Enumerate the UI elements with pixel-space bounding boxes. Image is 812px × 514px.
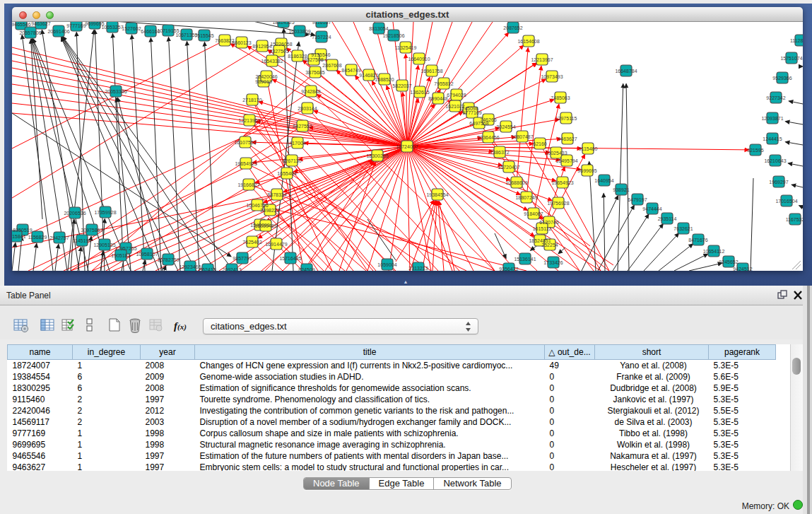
svg-text:6120746: 6120746 bbox=[539, 220, 558, 225]
svg-text:16914479: 16914479 bbox=[265, 242, 287, 247]
svg-text:9115460: 9115460 bbox=[579, 146, 598, 151]
svg-text:20691406: 20691406 bbox=[47, 29, 69, 34]
svg-text:10688609: 10688609 bbox=[505, 180, 527, 185]
svg-text:16210643: 16210643 bbox=[764, 158, 786, 163]
svg-text:12093871: 12093871 bbox=[761, 116, 783, 121]
svg-text:10958107: 10958107 bbox=[136, 252, 158, 257]
svg-text:2867608: 2867608 bbox=[322, 63, 341, 68]
svg-text:f(x): f(x) bbox=[174, 320, 187, 332]
svg-text:8454749: 8454749 bbox=[341, 68, 360, 73]
svg-text:7357224: 7357224 bbox=[312, 35, 331, 40]
svg-text:1167532: 1167532 bbox=[786, 217, 803, 222]
svg-text:7625402: 7625402 bbox=[242, 240, 261, 245]
svg-text:1244415: 1244415 bbox=[763, 136, 782, 141]
svg-text:19654923: 19654923 bbox=[551, 180, 573, 185]
svg-text:2718170: 2718170 bbox=[242, 98, 261, 103]
svg-text:1733426: 1733426 bbox=[543, 260, 563, 265]
svg-text:15751074: 15751074 bbox=[780, 56, 802, 61]
svg-text:9227342: 9227342 bbox=[766, 95, 785, 100]
svg-text:19654923: 19654923 bbox=[235, 161, 257, 166]
svg-text:8878334: 8878334 bbox=[267, 192, 286, 197]
svg-text:9327508: 9327508 bbox=[304, 57, 323, 62]
svg-text:417004: 417004 bbox=[289, 141, 305, 146]
svg-text:17957255: 17957255 bbox=[114, 246, 136, 251]
svg-text:8471676: 8471676 bbox=[688, 238, 707, 243]
svg-text:12213963: 12213963 bbox=[238, 118, 260, 123]
svg-text:10807487: 10807487 bbox=[511, 134, 533, 139]
svg-text:20206536: 20206536 bbox=[64, 211, 86, 216]
svg-text:16099489: 16099489 bbox=[254, 223, 276, 228]
svg-text:11325419: 11325419 bbox=[395, 45, 417, 50]
svg-text:938921: 938921 bbox=[613, 187, 629, 192]
svg-text:1527602: 1527602 bbox=[122, 26, 141, 31]
svg-text:20557806: 20557806 bbox=[19, 30, 41, 35]
svg-text:16640910: 16640910 bbox=[408, 57, 430, 62]
svg-text:16782759: 16782759 bbox=[157, 257, 179, 262]
svg-text:7632621: 7632621 bbox=[673, 226, 693, 231]
svg-text:16648784: 16648784 bbox=[615, 69, 637, 74]
svg-text:1059004: 1059004 bbox=[377, 262, 396, 267]
svg-text:3024554: 3024554 bbox=[496, 124, 515, 129]
svg-text:10653257: 10653257 bbox=[101, 25, 123, 30]
svg-text:2087652: 2087652 bbox=[503, 25, 522, 30]
svg-text:9529366: 9529366 bbox=[772, 76, 792, 81]
svg-text:19384554: 19384554 bbox=[426, 192, 448, 197]
svg-text:16961758: 16961758 bbox=[420, 69, 442, 74]
svg-text:1145194: 1145194 bbox=[73, 238, 92, 243]
svg-text:10025433: 10025433 bbox=[545, 151, 567, 156]
svg-text:22420046: 22420046 bbox=[255, 74, 277, 79]
svg-text:9465546: 9465546 bbox=[12, 22, 31, 27]
svg-text:989013: 989013 bbox=[255, 79, 271, 84]
svg-text:1588520: 1588520 bbox=[375, 77, 394, 82]
svg-text:17359928: 17359928 bbox=[94, 210, 116, 215]
svg-text:15720407: 15720407 bbox=[498, 165, 519, 170]
svg-text:2935114: 2935114 bbox=[658, 216, 677, 221]
svg-text:1905183: 1905183 bbox=[111, 253, 130, 258]
svg-text:3498222: 3498222 bbox=[260, 208, 279, 213]
svg-text:9424512: 9424512 bbox=[733, 267, 752, 271]
svg-text:7955812: 7955812 bbox=[434, 81, 453, 86]
svg-text:30975867: 30975867 bbox=[81, 228, 102, 233]
svg-text:9777169: 9777169 bbox=[462, 110, 481, 115]
svg-text:12975115: 12975115 bbox=[555, 116, 577, 121]
svg-text:9474444: 9474444 bbox=[642, 206, 661, 211]
svg-text:16543382: 16543382 bbox=[261, 59, 283, 64]
svg-text:3915841: 3915841 bbox=[12, 234, 26, 239]
svg-text:12905135: 12905135 bbox=[93, 243, 115, 247]
svg-text:2313213: 2313213 bbox=[408, 266, 428, 271]
svg-text:16107553: 16107553 bbox=[234, 140, 256, 145]
svg-text:3875685: 3875685 bbox=[305, 70, 324, 75]
svg-text:2803144: 2803144 bbox=[298, 106, 317, 111]
svg-text:9463627: 9463627 bbox=[558, 136, 577, 141]
svg-text:12213967: 12213967 bbox=[531, 57, 553, 62]
svg-text:18724007: 18724007 bbox=[396, 144, 418, 149]
svg-text:746266: 746266 bbox=[480, 117, 496, 122]
svg-text:8350519: 8350519 bbox=[13, 228, 32, 233]
svg-text:9356472: 9356472 bbox=[499, 267, 518, 271]
svg-text:20364456: 20364456 bbox=[477, 135, 499, 140]
svg-text:9463627: 9463627 bbox=[31, 22, 50, 26]
svg-text:1156829: 1156829 bbox=[28, 235, 47, 240]
svg-text:20053346: 20053346 bbox=[105, 89, 126, 94]
svg-text:15226058: 15226058 bbox=[270, 42, 292, 47]
svg-text:16154608: 16154608 bbox=[517, 39, 539, 44]
svg-text:7485063: 7485063 bbox=[551, 95, 570, 100]
svg-text:9116167: 9116167 bbox=[312, 22, 331, 25]
svg-text:7386372: 7386372 bbox=[490, 150, 509, 155]
svg-text:8990448: 8990448 bbox=[428, 96, 447, 101]
svg-text:8267130: 8267130 bbox=[282, 158, 301, 163]
svg-text:9242848: 9242848 bbox=[301, 89, 320, 94]
svg-text:1655404: 1655404 bbox=[277, 171, 296, 176]
svg-text:18807249: 18807249 bbox=[515, 195, 537, 200]
svg-text:9777169: 9777169 bbox=[66, 23, 86, 28]
svg-text:10046756: 10046756 bbox=[246, 203, 268, 208]
svg-text:12923465: 12923465 bbox=[179, 264, 201, 269]
svg-text:962412: 962412 bbox=[199, 267, 216, 271]
svg-text:8813054: 8813054 bbox=[369, 26, 388, 31]
svg-text:6794028: 6794028 bbox=[447, 93, 466, 98]
svg-text:19166827: 19166827 bbox=[237, 182, 259, 187]
svg-text:19756928: 19756928 bbox=[547, 201, 569, 206]
svg-text:9699695: 9699695 bbox=[577, 168, 596, 173]
svg-text:9245652: 9245652 bbox=[719, 259, 738, 264]
svg-text:15136141: 15136141 bbox=[514, 257, 536, 262]
